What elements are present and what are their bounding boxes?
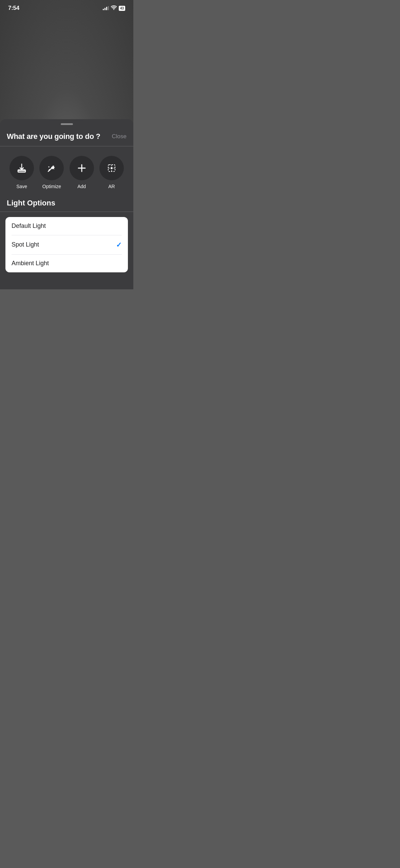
- action-add: Add: [70, 156, 94, 189]
- action-save: Save: [9, 156, 34, 189]
- light-option-default[interactable]: Default Light: [5, 217, 128, 235]
- bottom-sheet: What are you going to do ? Close Save: [0, 119, 133, 289]
- actions-row: Save Optimize Add: [0, 146, 133, 196]
- default-light-label: Default Light: [12, 222, 46, 230]
- light-option-spot[interactable]: Spot Light ✓: [5, 235, 128, 254]
- add-icon: [76, 163, 87, 174]
- status-icons: 43: [103, 5, 125, 11]
- add-label: Add: [77, 184, 86, 189]
- light-option-ambient[interactable]: Ambient Light: [5, 254, 128, 272]
- sheet-title: What are you going to do ?: [7, 132, 100, 141]
- action-optimize: Optimize: [39, 156, 64, 189]
- action-ar: AR: [99, 156, 124, 189]
- drag-handle[interactable]: [0, 119, 133, 128]
- light-options-list: Default Light Spot Light ✓ Ambient Light: [5, 217, 128, 272]
- ambient-light-label: Ambient Light: [12, 260, 49, 267]
- optimize-button[interactable]: [39, 156, 64, 180]
- ar-button[interactable]: [99, 156, 124, 180]
- optimize-label: Optimize: [42, 184, 61, 189]
- svg-point-5: [111, 167, 113, 169]
- light-options-title: Light Options: [7, 199, 55, 207]
- spot-light-check-icon: ✓: [116, 241, 122, 249]
- ar-icon: [106, 163, 117, 174]
- wifi-icon: [111, 5, 117, 11]
- spot-light-label: Spot Light: [12, 241, 39, 248]
- optimize-icon: [46, 163, 57, 174]
- sheet-header: What are you going to do ? Close: [0, 128, 133, 146]
- ar-label: AR: [108, 184, 115, 189]
- drag-handle-bar: [61, 123, 73, 125]
- light-options-section-header: Light Options: [0, 196, 133, 212]
- close-button[interactable]: Close: [112, 132, 127, 141]
- section-divider: [0, 212, 133, 212]
- status-time: 7:54: [8, 5, 19, 12]
- battery-icon: 43: [119, 6, 125, 11]
- status-bar: 7:54 43: [0, 0, 133, 14]
- save-button[interactable]: [9, 156, 34, 180]
- save-icon: [16, 163, 27, 174]
- save-label: Save: [16, 184, 27, 189]
- signal-icon: [103, 6, 109, 10]
- add-button[interactable]: [70, 156, 94, 180]
